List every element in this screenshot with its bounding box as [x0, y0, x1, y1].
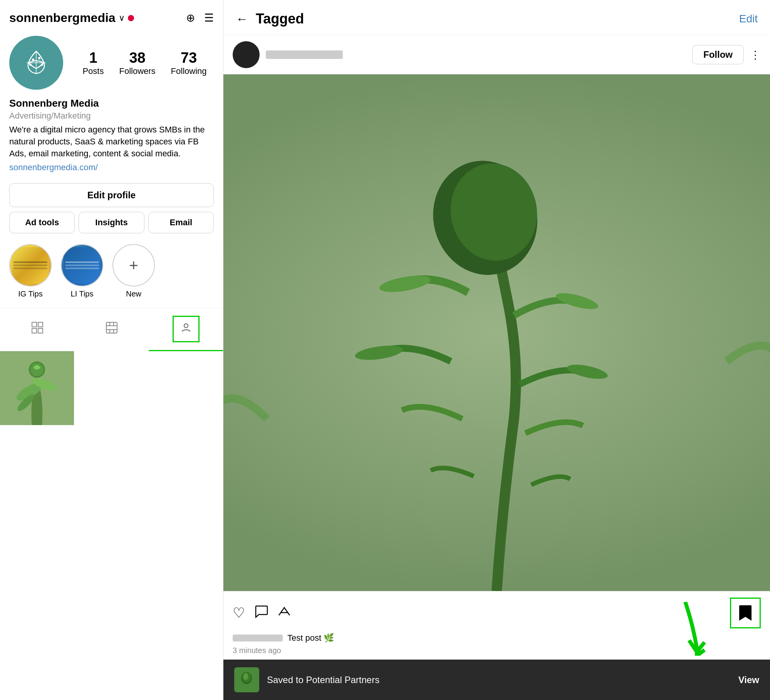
followers-stat[interactable]: 38 Followers	[119, 50, 155, 76]
new-label: New	[126, 290, 141, 298]
avatar-svg	[17, 44, 55, 82]
fern-image-svg	[223, 74, 770, 591]
stats-row: 1 Posts 38 Followers 73 Following	[75, 50, 214, 76]
left-panel: sonnenbergmedia ∨ ⊕ ☰ 1	[0, 0, 223, 700]
svg-point-1	[32, 59, 34, 61]
highlight-item-li-tips[interactable]: LI Tips	[61, 244, 103, 298]
username-text: sonnenbergmedia	[9, 11, 116, 25]
posts-label: Posts	[82, 66, 104, 76]
share-icon[interactable]	[277, 605, 291, 622]
reels-icon	[106, 322, 118, 337]
add-highlight-icon: +	[129, 257, 138, 274]
svg-point-4	[41, 64, 43, 66]
following-label: Following	[171, 66, 207, 76]
followers-count: 38	[129, 50, 145, 66]
right-header: ← Tagged Edit	[223, 0, 770, 35]
highlights-row: IG Tips LI Tips + New	[0, 238, 223, 305]
highlight-item-new[interactable]: + New	[112, 244, 155, 298]
bio-description: We're a digital micro agency that grows …	[9, 124, 214, 159]
username-row: sonnenbergmedia ∨	[9, 11, 134, 25]
ig-tips-thumbnail	[10, 245, 51, 286]
view-button[interactable]: View	[738, 675, 759, 685]
tagged-avatar	[233, 41, 260, 68]
bookmark-button[interactable]	[730, 598, 761, 628]
avatar	[9, 36, 63, 90]
post-image	[223, 74, 770, 591]
right-panel: ← Tagged Edit Follow ⋮	[223, 0, 770, 700]
svg-rect-9	[106, 322, 117, 333]
svg-point-16	[184, 324, 188, 328]
menu-icon[interactable]: ☰	[204, 12, 214, 24]
profile-section: 1 Posts 38 Followers 73 Following	[0, 31, 223, 96]
highlight-circle-ig-tips	[9, 244, 52, 286]
bio-link[interactable]: sonnenbergmedia.com/	[9, 162, 214, 172]
page-title: Tagged	[256, 11, 304, 27]
caption-text: Test post 🌿	[287, 633, 334, 643]
more-options-icon[interactable]: ⋮	[750, 49, 761, 61]
bio-name: Sonnenberg Media	[9, 97, 214, 109]
edit-profile-button[interactable]: Edit profile	[9, 183, 214, 207]
posts-count: 1	[89, 50, 97, 66]
ad-tools-button[interactable]: Ad tools	[9, 212, 75, 233]
tagged-tab-box	[173, 316, 200, 342]
saved-text: Saved to Potential Partners	[267, 675, 731, 685]
li-tips-thumbnail	[62, 245, 102, 286]
svg-point-3	[29, 64, 32, 66]
followers-label: Followers	[119, 66, 155, 76]
svg-rect-8	[38, 328, 43, 333]
add-post-icon[interactable]: ⊕	[186, 12, 195, 24]
green-arrow-icon	[662, 602, 708, 656]
grid-icon	[31, 322, 44, 337]
svg-point-2	[38, 57, 40, 59]
grid-section	[0, 351, 223, 700]
svg-rect-5	[32, 322, 37, 327]
highlight-circle-new: +	[112, 244, 155, 286]
tab-grid[interactable]	[0, 308, 74, 351]
secondary-buttons-row: Ad tools Insights Email	[9, 212, 214, 233]
right-header-left: ← Tagged	[236, 11, 304, 27]
li-tips-label: LI Tips	[71, 290, 94, 298]
svg-rect-25	[223, 74, 770, 591]
tagged-username-bar	[266, 50, 343, 59]
highlight-circle-li-tips	[61, 244, 103, 286]
person-icon	[181, 322, 191, 336]
following-count: 73	[181, 50, 197, 66]
notification-dot	[128, 15, 134, 21]
like-icon[interactable]: ♡	[233, 605, 245, 621]
svg-rect-6	[38, 322, 43, 327]
chevron-down-icon[interactable]: ∨	[119, 13, 125, 23]
back-button[interactable]: ←	[236, 12, 248, 26]
edit-button[interactable]: Edit	[739, 13, 758, 25]
tab-tagged[interactable]	[149, 308, 223, 351]
ig-tips-label: IG Tips	[18, 290, 42, 298]
top-bar-icons: ⊕ ☰	[186, 12, 214, 24]
bio-section: Sonnenberg Media Advertising/Marketing W…	[0, 96, 223, 179]
bio-category: Advertising/Marketing	[9, 111, 214, 121]
saved-thumbnail	[234, 667, 259, 692]
fern-thumbnail	[0, 351, 74, 425]
comment-icon[interactable]	[254, 605, 268, 621]
email-button[interactable]: Email	[148, 212, 214, 233]
action-buttons: Edit profile Ad tools Insights Email	[0, 179, 223, 238]
top-bar: sonnenbergmedia ∨ ⊕ ☰	[0, 0, 223, 31]
saved-notification: Saved to Potential Partners View	[223, 660, 770, 700]
highlight-item-ig-tips[interactable]: IG Tips	[9, 244, 52, 298]
tab-reels[interactable]	[74, 308, 149, 351]
caption-username-bar	[233, 635, 283, 641]
tagged-user-row: Follow ⋮	[223, 35, 770, 74]
insights-button[interactable]: Insights	[79, 212, 144, 233]
tabs-row	[0, 308, 223, 351]
follow-button[interactable]: Follow	[692, 45, 744, 64]
posts-stat[interactable]: 1 Posts	[82, 50, 104, 76]
following-stat[interactable]: 73 Following	[171, 50, 207, 76]
svg-rect-7	[32, 328, 37, 333]
grid-cell-1[interactable]	[0, 351, 74, 425]
